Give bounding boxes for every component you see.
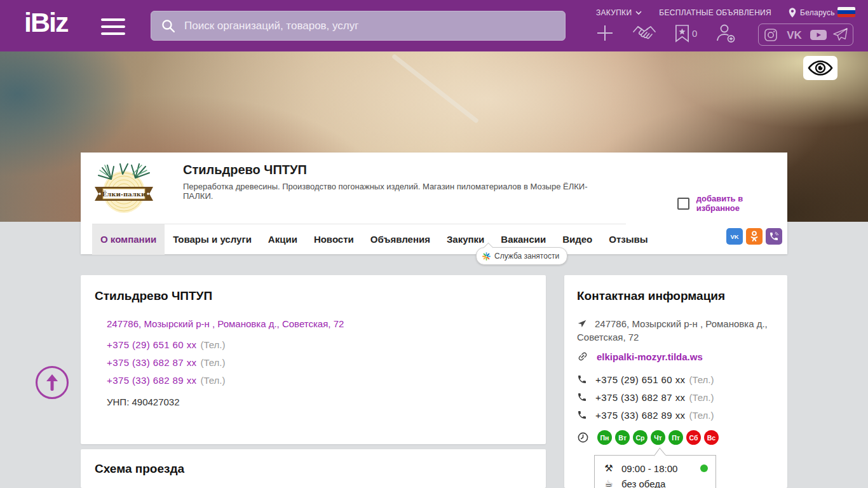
about-address-link[interactable]: 247786, Мозырский р-н , Романовка д., Со… <box>107 318 344 329</box>
hours-value: 09:00 - 18:00 <box>621 463 677 474</box>
day-badge-mon[interactable]: Пн <box>597 430 612 445</box>
tab-reviews[interactable]: Отзывы <box>600 224 656 255</box>
hamburger-menu-icon[interactable] <box>101 18 125 35</box>
phone-note: (Тел.) <box>689 410 714 421</box>
scroll-to-top-button[interactable] <box>36 366 69 399</box>
about-card: Стильдрево ЧПТУП 247786, Мозырский р-н ,… <box>81 275 546 444</box>
phone-row: +375 (33) 682 87 xx(Тел.) <box>107 357 226 367</box>
search-icon <box>160 18 176 34</box>
phone-note: (Тел.) <box>200 375 225 386</box>
svg-text:VK: VK <box>730 233 738 240</box>
contact-card: Контактная информация 247786, Мозырский … <box>564 275 787 488</box>
favorites-count: 0 <box>692 28 697 39</box>
language-flag-ru-icon[interactable] <box>837 7 855 17</box>
handshake-icon[interactable] <box>632 24 656 43</box>
phone-row: +375 (33) 682 87 xx(Тел.) <box>577 388 714 406</box>
employment-service-icon <box>482 252 491 261</box>
map-card: Схема проезда <box>81 449 546 488</box>
location-pin-icon <box>789 8 796 18</box>
svg-text:Ёлки-палки: Ёлки-палки <box>102 190 147 198</box>
website-link[interactable]: elkipalki-mozyr.tilda.ws <box>597 351 703 362</box>
favorites-bookmark-icon[interactable]: 0 <box>674 24 697 43</box>
vk-badge-icon[interactable]: VK <box>726 228 743 245</box>
contact-address: 247786, Мозырский р-н , Романовка д., Со… <box>577 317 775 344</box>
phone-number[interactable]: +375 (33) 682 89 xx <box>107 375 196 386</box>
day-badge-sat[interactable]: Сб <box>686 430 701 445</box>
phone-number[interactable]: +375 (33) 682 87 xx <box>595 392 685 403</box>
company-header-card: Ёлки-палки Стильдрево ЧПТУП Переработка … <box>81 152 787 254</box>
company-unp: УНП: 490427032 <box>107 396 180 407</box>
company-logo: Ёлки-палки <box>92 160 156 222</box>
phone-row: +375 (29) 651 60 xx(Тел.) <box>107 339 226 349</box>
add-plus-icon[interactable] <box>595 24 614 43</box>
telegram-icon[interactable] <box>832 27 848 42</box>
company-name: Стильдрево ЧПТУП <box>183 163 307 177</box>
clock-icon <box>577 431 589 444</box>
top-header: iBiz ЗАКУПКИ БЕСПЛАТНЫЕ ОБЪЯВЛЕНИЯ Белар… <box>0 0 868 51</box>
menu-country[interactable]: Беларусь <box>789 8 835 18</box>
phone-icon <box>577 374 587 384</box>
tab-promos[interactable]: Акции <box>260 224 306 255</box>
hours-row: ⚒ 09:00 - 18:00 <box>602 461 708 476</box>
phone-number[interactable]: +375 (29) 651 60 xx <box>595 374 685 385</box>
vk-icon[interactable]: VK <box>783 29 805 41</box>
add-to-favorites[interactable]: добавить в избранное <box>677 194 787 213</box>
phone-number[interactable]: +375 (33) 682 89 xx <box>595 410 685 421</box>
tools-icon: ⚒ <box>602 463 615 474</box>
search-bar <box>151 11 566 41</box>
working-hours-tooltip: ⚒ 09:00 - 18:00 ☕ без обеда <box>594 455 716 488</box>
nav-arrow-icon <box>577 319 587 329</box>
site-logo[interactable]: iBiz <box>24 7 67 38</box>
tab-ads[interactable]: Объявления <box>362 224 438 255</box>
about-title: Стильдрево ЧПТУП <box>95 289 212 303</box>
favorite-checkbox[interactable] <box>677 198 689 210</box>
tab-news[interactable]: Новости <box>306 224 362 255</box>
tab-products[interactable]: Товары и услуги <box>165 224 260 255</box>
phone-icon <box>577 410 587 420</box>
menu-zakupki[interactable]: ЗАКУПКИ <box>596 8 642 17</box>
phone-icon <box>577 392 587 402</box>
contact-phones: +375 (29) 651 60 xx(Тел.) +375 (33) 682 … <box>577 370 714 424</box>
phone-number[interactable]: +375 (29) 651 60 xx <box>107 339 196 350</box>
phone-row: +375 (29) 651 60 xx(Тел.) <box>577 370 714 388</box>
views-eye-button[interactable] <box>803 56 837 80</box>
day-badge-sun[interactable]: Вс <box>704 430 719 445</box>
menu-free-ads[interactable]: БЕСПЛАТНЫЕ ОБЪЯВЛЕНИЯ <box>659 8 771 17</box>
day-badge-thu[interactable]: Чт <box>651 430 665 445</box>
lunch-row: ☕ без обеда <box>602 476 708 488</box>
employment-service-label: Служба занятости <box>494 252 559 261</box>
phone-note: (Тел.) <box>689 392 714 403</box>
map-title: Схема проезда <box>95 462 184 476</box>
phone-row: +375 (33) 682 89 xx(Тел.) <box>107 375 226 385</box>
contact-website-row: elkipalki-mozyr.tilda.ws <box>577 351 703 362</box>
chevron-down-icon <box>635 11 642 15</box>
search-input[interactable] <box>183 19 556 33</box>
link-icon <box>574 348 590 364</box>
phone-number[interactable]: +375 (33) 682 87 xx <box>107 357 196 368</box>
working-days-row: Пн Вт Ср Чт Пт Сб Вс <box>577 430 722 445</box>
company-description: Переработка древесины. Производство пого… <box>183 182 615 201</box>
phone-row: +375 (33) 682 89 xx(Тел.) <box>577 406 714 424</box>
about-phones: +375 (29) 651 60 xx(Тел.) +375 (33) 682 … <box>107 339 226 393</box>
favorite-label: добавить в избранное <box>696 194 787 213</box>
viber-badge-icon[interactable] <box>766 228 782 245</box>
pen-decoration <box>391 53 479 123</box>
instagram-icon[interactable] <box>763 27 778 43</box>
employment-service-tooltip: Служба занятости <box>476 247 567 265</box>
day-badge-tue[interactable]: Вт <box>615 430 630 445</box>
open-status-dot <box>700 464 708 472</box>
eye-icon <box>808 60 833 76</box>
day-badge-fri[interactable]: Пт <box>668 430 683 445</box>
header-social-links: VK <box>758 24 853 46</box>
contact-title: Контактная информация <box>577 289 725 303</box>
svg-text:VK: VK <box>787 29 802 41</box>
youtube-icon[interactable] <box>810 29 827 41</box>
lunch-value: без обеда <box>621 478 665 488</box>
tab-about[interactable]: О компании <box>92 224 165 255</box>
person-add-icon[interactable] <box>715 23 736 43</box>
day-badge-wed[interactable]: Ср <box>633 430 648 445</box>
coffee-icon: ☕ <box>602 478 615 488</box>
header-top-menu: ЗАКУПКИ БЕСПЛАТНЫЕ ОБЪЯВЛЕНИЯ Беларусь <box>596 8 835 18</box>
company-social-buttons: VK <box>726 228 782 245</box>
odnoklassniki-badge-icon[interactable] <box>746 228 763 245</box>
